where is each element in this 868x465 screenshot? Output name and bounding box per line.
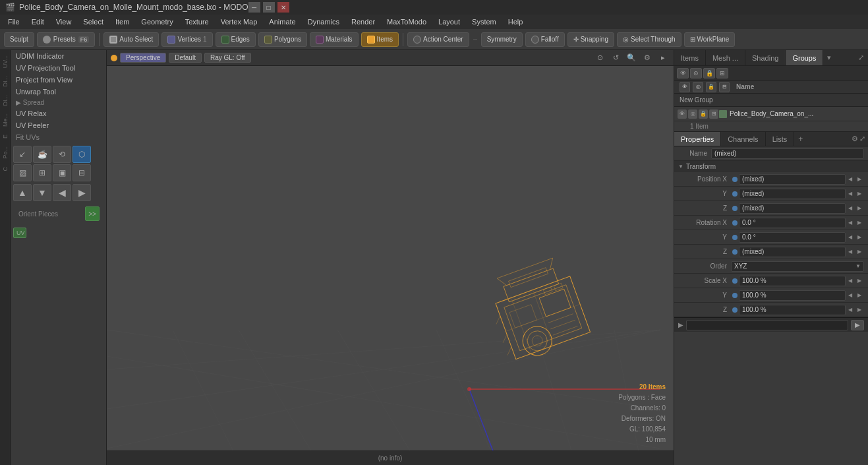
name-field[interactable]: (mixed) [711,148,864,159]
scale-y-field[interactable]: 100.0 % [739,290,846,301]
props-expand-btn[interactable]: ⚙ ⤢ [849,132,868,146]
scale-y-left-btn[interactable]: ◀ [846,291,855,300]
close-button[interactable]: ✕ [277,2,289,13]
position-y-field[interactable]: (mixed) [739,189,846,199]
wire-col-icon[interactable]: ⊟ [719,82,730,92]
menu-vertex-map[interactable]: Vertex Map [216,16,263,27]
position-x-left-btn[interactable]: ◀ [846,175,855,184]
tab-mesh[interactable]: Mesh ... [706,50,745,65]
menu-render[interactable]: Render [346,16,380,27]
menu-file[interactable]: File [3,16,25,27]
minimize-button[interactable]: ─ [248,2,260,13]
props-tab-properties[interactable]: Properties [674,132,721,146]
position-y-right-btn[interactable]: ▶ [855,189,864,199]
menu-dynamics[interactable]: Dynamics [303,16,345,27]
panel-expand[interactable]: ⤢ [854,50,868,65]
tab-more[interactable]: ▾ [823,50,835,65]
select-through-button[interactable]: ◎ Select Through [617,32,681,47]
tool-icon-7[interactable]: ▣ [53,164,71,181]
zoom-icon-btn[interactable]: 🔍 [625,52,638,64]
scale-z-right-btn[interactable]: ▶ [855,305,864,315]
lock-btn[interactable]: 🔒 [703,68,715,78]
render-eye-btn[interactable]: ⊙ [690,68,702,78]
scale-x-field[interactable]: 100.0 % [739,276,846,286]
vertices-button[interactable]: Vertices 1 [161,32,212,47]
items-button[interactable]: Items [361,32,399,47]
menu-geometry[interactable]: Geometry [136,16,178,27]
panel-item-unwrap[interactable]: Unwrap Tool [11,86,106,98]
menu-animate[interactable]: Animate [264,16,301,27]
rotation-y-field[interactable]: 0.0 ° [739,232,846,243]
symmetry-button[interactable]: Symmetry [481,32,523,47]
panel-item-fit-uvs[interactable]: Fit UVs [11,131,106,143]
props-tab-channels[interactable]: Channels [721,132,765,146]
action-center-button[interactable]: Action Center [407,32,469,47]
panel-item-project-view[interactable]: Project from View [11,74,106,86]
tool-icon-4[interactable]: ⬡ [72,146,91,163]
eye-icon-btn[interactable]: 👁 [677,68,689,78]
command-run-button[interactable]: ▶ [851,320,864,330]
vis-icon-render[interactable]: ◎ [688,109,697,119]
default-button[interactable]: Default [169,53,202,63]
polygons-button[interactable]: Polygons [258,32,307,47]
rotation-x-left-btn[interactable]: ◀ [846,218,855,228]
position-z-field[interactable]: (mixed) [739,203,846,214]
camera-icon-btn[interactable]: ⊙ [593,52,606,64]
position-x-right-btn[interactable]: ▶ [855,175,864,184]
tool-icon-8[interactable]: ⊟ [72,164,91,181]
ray-gl-button[interactable]: Ray GL: Off [204,53,251,63]
rotation-y-right-btn[interactable]: ▶ [855,233,864,242]
menu-item[interactable]: Item [110,16,134,27]
eye-col-icon[interactable]: 👁 [680,82,690,92]
panel-item-udim[interactable]: UDIM Indicator [11,50,106,62]
tool-icon-6[interactable]: ⊞ [33,164,51,181]
arrow-down[interactable]: ▼ [33,184,51,201]
lock-col-icon[interactable]: 🔒 [706,82,716,92]
maximize-button[interactable]: □ [263,2,275,13]
vis-icon-eye[interactable]: 👁 [678,109,687,119]
menu-maxtomodo[interactable]: MaxToModo [382,16,432,27]
arrow-left[interactable]: ◀ [53,184,71,201]
position-z-right-btn[interactable]: ▶ [855,204,864,213]
rotation-z-left-btn[interactable]: ◀ [846,247,855,257]
more-icon-btn[interactable]: ▸ [656,52,670,64]
order-select[interactable]: XYZ ▼ [731,261,864,272]
perspective-button[interactable]: Perspective [120,53,166,63]
menu-help[interactable]: Help [503,16,529,27]
props-add-btn[interactable]: + [794,132,807,146]
tool-icon-1[interactable]: ↙ [13,146,32,163]
scale-x-right-btn[interactable]: ▶ [855,276,864,286]
arrow-up[interactable]: ▲ [13,184,32,201]
tool-icon-5[interactable]: ▨ [13,164,32,181]
transform-section-header[interactable]: ▼ Transform [674,161,868,172]
edges-button[interactable]: Edges [216,32,256,47]
workplane-button[interactable]: ⊞ WorkPlane [684,32,736,47]
sculpt-button[interactable]: Sculpt [4,32,34,47]
tool-icon-2[interactable]: ☕ [33,146,51,163]
presets-button[interactable]: Presets F6 [37,32,95,47]
props-tab-lists[interactable]: Lists [766,132,795,146]
arrow-right[interactable]: ▶ [72,184,91,201]
menu-select[interactable]: Select [78,16,109,27]
rotation-x-right-btn[interactable]: ▶ [855,218,864,228]
expand-button[interactable]: >> [85,206,100,221]
panel-item-spread[interactable]: ▶ Spread [11,98,106,108]
snapping-button[interactable]: ✛ Snapping [567,32,614,47]
panel-item-uv-peeler[interactable]: UV Peeler [11,119,106,131]
position-z-left-btn[interactable]: ◀ [846,204,855,213]
tab-items[interactable]: Items [674,50,706,65]
settings-icon-btn[interactable]: ⚙ [641,52,654,64]
rotation-z-field[interactable]: (mixed) [739,247,846,257]
rotation-y-left-btn[interactable]: ◀ [846,233,855,242]
scale-y-right-btn[interactable]: ▶ [855,291,864,300]
wire-btn[interactable]: ⊞ [716,68,728,78]
viewport-canvas[interactable]: X Y Z 20 Items Polygons : Face Channels:… [107,66,674,450]
menu-texture[interactable]: Texture [180,16,214,27]
auto-select-button[interactable]: Auto Select [103,32,159,47]
rotation-x-field[interactable]: 0.0 ° [739,218,846,228]
menu-edit[interactable]: Edit [26,16,49,27]
tab-shading[interactable]: Shading [745,50,786,65]
items-list-row-1[interactable]: 👁 ◎ 🔒 ⊞ Police_Body_Camera_on_... [674,107,868,121]
panel-item-uv-projection[interactable]: UV Projection Tool [11,62,106,74]
scale-z-field[interactable]: 100.0 % [739,305,846,315]
